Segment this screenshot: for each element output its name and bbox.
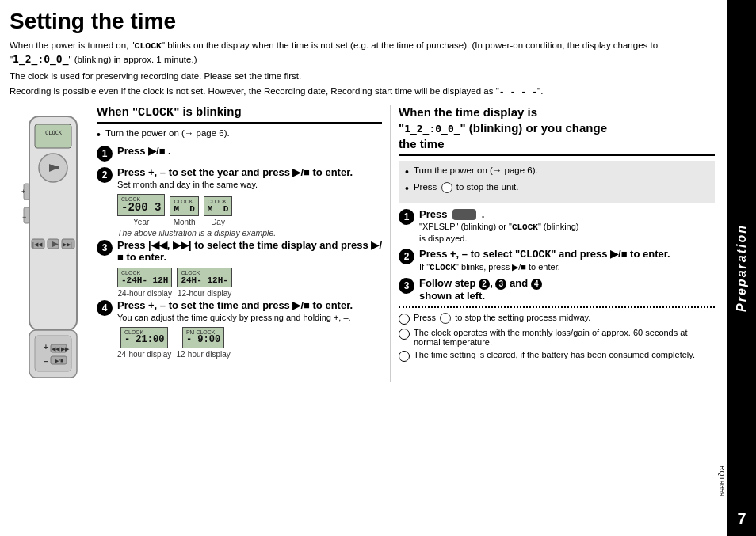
right-step-1-text: Press . — [419, 208, 484, 220]
step-num-4: 4 — [97, 300, 113, 316]
right-step-2-sub: If "CLOCK" blinks, press ▶/■ to enter. — [419, 262, 715, 272]
right-circle-bullet-3: The time setting is cleared, if the batt… — [399, 350, 715, 362]
device-image-column: CLOCK + − |◀◀ ▶▶| — [10, 105, 97, 382]
lcd-12h: CLOCK 24H- 12H- — [177, 268, 231, 287]
step-num-3: 3 — [97, 240, 113, 256]
step-2-content: Press +, – to set the year and press ▶/■… — [117, 166, 382, 189]
left-step-1: 1 Press ▶/■ . — [97, 145, 382, 162]
svg-text:+: + — [44, 343, 48, 352]
step-2-sub: Set month and day in the same way. — [117, 180, 382, 189]
right-step-1: 1 Press . "XPLSLP" (blinking) or "CLOCK"… — [399, 208, 715, 244]
display-item-day: CLOCK M D Day — [204, 196, 232, 226]
right-column: When the time display is "1̲2̲:0̲0̲" (bl… — [390, 105, 715, 382]
step-num-2: 2 — [97, 167, 113, 183]
intro-para-2: The clock is used for preserving recordi… — [10, 70, 715, 83]
left-step-3: 3 Press |◀◀, ▶▶| to select the time disp… — [97, 239, 382, 263]
svg-text:CLOCK: CLOCK — [45, 130, 63, 136]
24h-label: 24-hour display — [118, 289, 172, 298]
display-item-12h: CLOCK 24H- 12H- 12-hour display — [177, 268, 231, 298]
display-item-12h-time: PM CLOCK - 9:00 12-hour display — [176, 327, 230, 358]
day-label: Day — [211, 218, 225, 226]
intro-para-3: Recording is possible even if the clock … — [10, 85, 715, 98]
svg-text:◀◀  ▶▶: ◀◀ ▶▶ — [52, 346, 70, 352]
24h-time-label: 24-hour display — [117, 350, 171, 359]
12h-time-label: 12-hour display — [176, 350, 230, 359]
lcd-24h: CLOCK -24H- 12H — [117, 268, 172, 287]
right-bullet-1: • Turn the power on (→ page 6). — [405, 165, 708, 179]
step-4-sub: You can adjust the time quickly by press… — [117, 313, 382, 322]
rqt-number: RQT9359 — [718, 466, 726, 496]
right-circle-text-1: Press to stop the setting process midway… — [414, 313, 590, 324]
right-circle-bullet-2: The clock operates with the monthly loss… — [399, 328, 715, 347]
circle-icon-1 — [399, 314, 410, 325]
right-shaded-box: • Turn the power on (→ page 6). • Press … — [399, 161, 715, 203]
svg-rect-1 — [35, 124, 71, 148]
svg-text:+: + — [21, 188, 25, 196]
lcd-24h-time: CLOCK - 21:00 — [120, 327, 168, 348]
lcd-day: CLOCK M D — [204, 196, 232, 216]
lcd-month: CLOCK M D — [170, 196, 198, 216]
page-container: Setting the time When the power is turne… — [0, 0, 756, 536]
lcd-12h-time: PM CLOCK - 9:00 — [182, 327, 224, 348]
right-step-3-text2: shown at left. — [419, 290, 485, 302]
month-label: Month — [174, 218, 196, 226]
step-2-text: Press +, – to set the year and press ▶/■… — [117, 166, 353, 178]
content-area: Setting the time When the power is turne… — [0, 0, 727, 536]
left-bullet-1: • Turn the power on (→ page 6). — [97, 128, 382, 142]
right-step-3-text: Follow step 2, 3 and 4 — [419, 277, 542, 289]
sidebar-tab: Preparation 7 — [727, 0, 756, 536]
lcd-year: CLOCK -200 3 — [117, 194, 165, 216]
right-circle-text-3: The time setting is cleared, if the batt… — [414, 350, 695, 359]
right-step-1-sub1: "XPLSLP" (blinking) or "CLOCK" (blinking… — [419, 222, 715, 232]
display-note: The above illustration is a display exam… — [117, 228, 382, 238]
step-1-text: Press ▶/■ . — [117, 145, 171, 157]
svg-text:▶▶|: ▶▶| — [63, 241, 72, 248]
right-bullet-2: • Press to stop the unit. — [405, 182, 708, 196]
right-step-num-1: 1 — [399, 209, 414, 225]
page-title: Setting the time — [10, 10, 715, 34]
display-item-year: CLOCK -200 3 Year — [117, 194, 165, 226]
right-step-3-content: Follow step 2, 3 and 4 shown at left. — [419, 277, 715, 302]
dotted-separator — [399, 306, 715, 308]
svg-rect-5 — [49, 166, 59, 169]
step-1-content: Press ▶/■ . — [117, 145, 382, 157]
intro-para-1: When the power is turned on, "CLOCK" bli… — [10, 39, 715, 68]
step-4-content: Press +, – to set the time and press ▶/■… — [117, 299, 382, 322]
left-step-2: 2 Press +, – to set the year and press ▶… — [97, 166, 382, 189]
right-step-2-content: Press +, – to select "CLOCK" and press ▶… — [419, 248, 715, 272]
right-step-2-text: Press +, – to select "CLOCK" and press ▶… — [419, 248, 670, 260]
right-step-num-2: 2 — [399, 249, 414, 264]
right-bullet-1-text: Turn the power on (→ page 6). — [414, 165, 538, 175]
lcd-row-2: CLOCK -24H- 12H 24-hour display CLOCK 24… — [117, 268, 382, 298]
right-step-1-content: Press . "XPLSLP" (blinking) or "CLOCK" (… — [419, 208, 715, 244]
body-layout: CLOCK + − |◀◀ ▶▶| — [10, 105, 715, 382]
right-step-1-sub2: is displayed. — [419, 234, 715, 243]
svg-rect-17 — [35, 336, 71, 371]
step-4-text: Press +, – to set the time and press ▶/■… — [117, 299, 353, 311]
device-svg: CLOCK + − |◀◀ ▶▶| — [17, 112, 89, 382]
circle-icon-3 — [399, 351, 410, 362]
right-circle-text-2: The clock operates with the monthly loss… — [414, 328, 715, 347]
tab-label: Preparation — [735, 224, 749, 312]
year-label: Year — [133, 218, 149, 226]
right-step-num-3: 3 — [399, 278, 414, 294]
display-item-24h-time: CLOCK - 21:00 24-hour display — [117, 327, 171, 358]
right-bullet-2-text: Press to stop the unit. — [414, 182, 518, 193]
bullet-dot: • — [97, 128, 101, 142]
left-step-4: 4 Press +, – to set the time and press ▶… — [97, 299, 382, 322]
right-step-2: 2 Press +, – to select "CLOCK" and press… — [399, 248, 715, 272]
page-number: 7 — [727, 501, 756, 536]
svg-text:|◀◀: |◀◀ — [32, 241, 43, 248]
display-item-month: CLOCK M D Month — [170, 196, 198, 226]
lcd-row-1: CLOCK -200 3 Year CLOCK M D Month — [117, 194, 382, 226]
step-3-content: Press |◀◀, ▶▶| to select the time displa… — [117, 239, 382, 263]
svg-text:▶/■: ▶/■ — [55, 358, 63, 363]
step-3-text: Press |◀◀, ▶▶| to select the time displa… — [117, 239, 382, 263]
left-bullet-1-text: Turn the power on (→ page 6). — [105, 128, 230, 138]
svg-text:−: − — [22, 213, 26, 221]
right-step-3: 3 Follow step 2, 3 and 4 shown at left. — [399, 277, 715, 302]
left-column: When "CLOCK" is blinking • Turn the powe… — [97, 105, 390, 382]
display-item-24h: CLOCK -24H- 12H 24-hour display — [117, 268, 172, 298]
right-section-title: When the time display is "1̲2̲:0̲0̲" (bl… — [399, 105, 715, 156]
step-num-1: 1 — [97, 146, 113, 162]
